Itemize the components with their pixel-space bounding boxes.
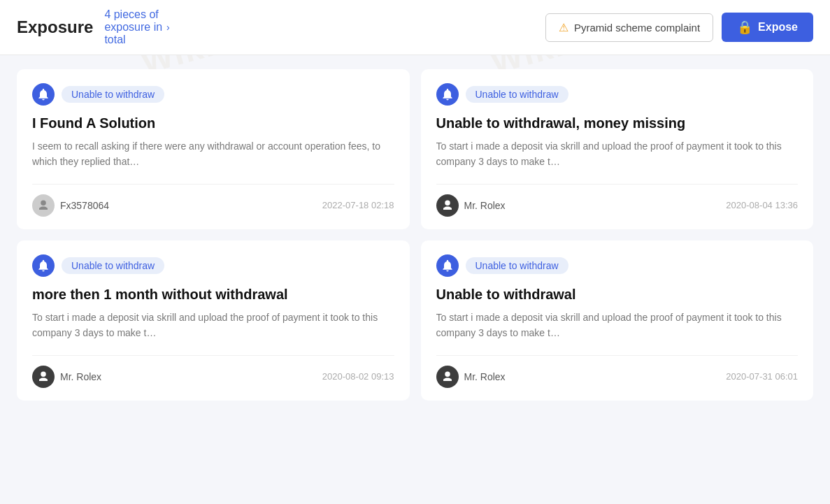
card-4[interactable]: Unable to withdraw Unable to withdrawal … xyxy=(421,240,814,401)
expose-label: Expose xyxy=(758,21,798,34)
tag-icon-2 xyxy=(436,83,459,106)
warning-icon: ⚠ xyxy=(559,21,568,34)
author-name-4: Mr. Rolex xyxy=(464,371,506,382)
header-actions: ⚠ Pyramid scheme complaint 🔒 Expose xyxy=(545,13,813,42)
tag-icon-3 xyxy=(32,254,55,277)
card-excerpt-2: To start i made a deposit via skrill and… xyxy=(436,138,799,170)
card-tag-3: Unable to withdraw xyxy=(32,254,394,277)
chevron-right-icon: › xyxy=(166,22,170,33)
card-author-2: Mr. Rolex xyxy=(436,194,506,217)
tag-label-3: Unable to withdraw xyxy=(62,257,164,274)
author-avatar-3 xyxy=(32,366,55,388)
card-tag-2: Unable to withdraw xyxy=(436,83,799,106)
card-title-1: I Found A Solution xyxy=(32,115,394,131)
card-tag-1: Unable to withdraw xyxy=(32,83,394,106)
exposure-count-text: 4 pieces of exposure in total xyxy=(104,8,162,46)
card-title-2: Unable to withdrawal, money missing xyxy=(436,115,799,131)
card-author-3: Mr. Rolex xyxy=(32,366,101,388)
tag-label-4: Unable to withdraw xyxy=(466,257,568,274)
card-title-4: Unable to withdrawal xyxy=(436,287,799,303)
lock-icon: 🔒 xyxy=(737,20,752,35)
author-avatar-1 xyxy=(32,194,55,217)
tag-icon-1 xyxy=(32,83,55,106)
card-timestamp-3: 2020-08-02 09:13 xyxy=(322,371,394,382)
card-timestamp-4: 2020-07-31 06:01 xyxy=(726,371,798,382)
pyramid-label: Pyramid scheme complaint xyxy=(574,22,700,34)
author-avatar-2 xyxy=(436,194,459,217)
card-excerpt-1: I seem to recall asking if there were an… xyxy=(32,138,394,170)
author-name-2: Mr. Rolex xyxy=(464,200,506,211)
card-timestamp-1: 2022-07-18 02:18 xyxy=(322,200,394,210)
card-author-1: Fx3578064 xyxy=(32,194,109,217)
card-footer-3: Mr. Rolex 2020-08-02 09:13 xyxy=(32,355,394,388)
card-title-3: more then 1 month without withdrawal xyxy=(32,287,394,303)
card-2[interactable]: Unable to withdraw Unable to withdrawal,… xyxy=(421,69,814,229)
card-excerpt-4: To start i made a deposit via skrill and… xyxy=(436,310,799,341)
card-excerpt-3: To start i made a deposit via skrill and… xyxy=(32,310,394,341)
exposure-count-link[interactable]: 4 pieces of exposure in total › xyxy=(104,8,169,46)
card-3[interactable]: Unable to withdraw more then 1 month wit… xyxy=(17,240,410,401)
main-content: Unable to withdraw I Found A Solution I … xyxy=(0,55,830,415)
header: Exposure 4 pieces of exposure in total ›… xyxy=(0,0,830,55)
tag-icon-4 xyxy=(436,254,459,277)
card-tag-4: Unable to withdraw xyxy=(436,254,799,277)
author-name-3: Mr. Rolex xyxy=(60,371,101,382)
author-avatar-4 xyxy=(436,366,459,388)
page-container: WikiFX WikiFX WikiFX WikiFX Exposure 4 p… xyxy=(0,0,830,504)
card-timestamp-2: 2020-08-04 13:36 xyxy=(726,200,798,210)
card-footer-1: Fx3578064 2022-07-18 02:18 xyxy=(32,184,394,217)
card-author-4: Mr. Rolex xyxy=(436,366,506,388)
card-footer-4: Mr. Rolex 2020-07-31 06:01 xyxy=(436,355,799,388)
author-name-1: Fx3578064 xyxy=(60,200,109,211)
pyramid-scheme-button[interactable]: ⚠ Pyramid scheme complaint xyxy=(545,13,713,42)
tag-label-2: Unable to withdraw xyxy=(466,86,568,103)
page-title: Exposure xyxy=(17,17,93,37)
card-1[interactable]: Unable to withdraw I Found A Solution I … xyxy=(17,69,410,229)
cards-grid: Unable to withdraw I Found A Solution I … xyxy=(17,69,813,401)
expose-button[interactable]: 🔒 Expose xyxy=(722,13,813,42)
card-footer-2: Mr. Rolex 2020-08-04 13:36 xyxy=(436,184,799,217)
tag-label-1: Unable to withdraw xyxy=(62,86,164,103)
